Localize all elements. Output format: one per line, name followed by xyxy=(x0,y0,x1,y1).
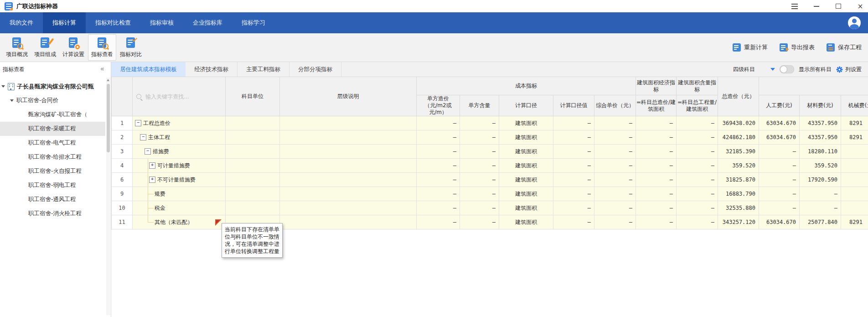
total-cost-cell: 16883.790 xyxy=(718,187,759,201)
column-settings-button[interactable]: 列设置 xyxy=(836,66,862,73)
tree-item[interactable]: 职工宿舍-消火栓工程 xyxy=(0,207,105,221)
row-number-cell: 9 xyxy=(112,187,133,201)
table-row[interactable]: 3−措施费––建筑面积––––32185.390–18280.110 xyxy=(112,145,868,159)
caliber-value-cell: – xyxy=(553,201,594,215)
unit-price-cell: – xyxy=(417,201,460,215)
column-header-machine: 机械费(元) xyxy=(841,95,868,116)
app-logo-icon xyxy=(5,2,13,10)
menu-item[interactable]: 指标计算 xyxy=(43,12,86,33)
column-header-comp-unit-price: 综合单价（元） xyxy=(594,95,636,116)
toolbar-button[interactable]: 指标查看 xyxy=(88,34,116,61)
subject-name-cell[interactable]: −措施费 xyxy=(133,145,226,159)
econ-index-cell: – xyxy=(636,187,677,201)
table-row[interactable]: 4+可计量措施费––建筑面积––––359.520–359.520 xyxy=(112,159,868,173)
menu-item[interactable]: 企业指标库 xyxy=(183,12,232,33)
total-cost-cell: 369438.020 xyxy=(718,116,759,130)
table-row[interactable]: 2−主体工程––建筑面积––––424862.18063034.67043357… xyxy=(112,130,868,145)
subject-name-label: 其他（未匹配） xyxy=(155,218,193,226)
expand-toggle-icon[interactable]: + xyxy=(149,177,155,183)
econ-index-cell: – xyxy=(636,145,677,159)
subject-name-cell[interactable]: 税金 xyxy=(133,201,226,215)
scroll-up-icon[interactable] xyxy=(107,79,109,81)
tab[interactable]: 居住建筑成本指标模板 xyxy=(111,62,186,77)
search-icon xyxy=(136,94,141,99)
labor-cost-cell: 63034.670 xyxy=(759,130,800,145)
table-row[interactable]: 1−工程总造价––建筑面积––––369438.02063034.6704335… xyxy=(112,116,868,130)
close-button[interactable]: × xyxy=(855,2,865,11)
subject-name-cell[interactable]: +不可计量措施费 xyxy=(133,173,226,187)
maximize-button[interactable] xyxy=(833,2,843,11)
level-desc-cell xyxy=(280,145,417,159)
hamburger-menu-button[interactable] xyxy=(790,2,800,11)
material-cost-cell: – xyxy=(800,201,841,215)
unit-qty-cell: – xyxy=(460,187,499,201)
comp-unit-price-cell: – xyxy=(594,201,636,215)
user-avatar[interactable] xyxy=(848,16,861,29)
econ-index-cell: – xyxy=(636,173,677,187)
toolbar-button[interactable]: 项目概况 xyxy=(3,34,31,61)
action-button-label: 导出报表 xyxy=(791,43,815,52)
collapse-toggle-icon[interactable]: − xyxy=(135,120,141,126)
toolbar-button[interactable]: 指标对比 xyxy=(117,34,145,61)
action-button-label: 重新计算 xyxy=(744,43,768,52)
tab[interactable]: 分部分项指标 xyxy=(289,62,341,77)
minimize-button[interactable] xyxy=(811,2,822,11)
column-header-level-desc: 层级说明 xyxy=(280,77,417,116)
action-button[interactable]: 保存工程 xyxy=(827,43,862,52)
subject-name-cell[interactable]: 规费 xyxy=(133,187,226,201)
show-all-subjects-label: 显示所有科目 xyxy=(799,66,832,73)
sidebar-scrollbar[interactable] xyxy=(106,78,110,315)
export-report-icon xyxy=(780,43,788,52)
column-group-fees xyxy=(759,77,868,95)
caliber-value-cell: – xyxy=(553,187,594,201)
econ-index-cell: – xyxy=(636,116,677,130)
collapse-sidebar-button[interactable]: « xyxy=(100,66,108,73)
collapse-toggle-icon[interactable]: − xyxy=(140,134,146,140)
tree-item[interactable]: 甄家沟煤矿-职工宿舍（ xyxy=(0,108,105,122)
tree-item[interactable]: 职工宿舍-通风工程 xyxy=(0,192,105,207)
collapse-toggle-icon[interactable]: − xyxy=(145,148,151,155)
subject-level-dropdown[interactable]: 四级科目 xyxy=(733,66,775,73)
toolbar-button[interactable]: 项目组成 xyxy=(31,34,59,61)
show-all-subjects-toggle[interactable] xyxy=(780,65,794,73)
action-button[interactable]: 重新计算 xyxy=(733,43,768,52)
tree-item-label: 职工宿舍-电气工程 xyxy=(28,139,76,147)
table-row[interactable]: 9规费––建筑面积––––16883.790–– xyxy=(112,187,868,201)
menu-item[interactable]: 指标审核 xyxy=(140,12,183,33)
subject-name-cell[interactable]: −主体工程 xyxy=(133,130,226,145)
tree-item[interactable]: 职工宿舍-合同价 xyxy=(0,94,105,108)
toolbar-button[interactable]: 计算设置 xyxy=(60,34,87,61)
menu-item[interactable]: 指标对比检查 xyxy=(86,12,140,33)
row-number-cell: 2 xyxy=(112,130,133,145)
tree-item[interactable]: 职工宿舍-火自报工程 xyxy=(0,164,105,178)
expand-toggle-icon[interactable]: + xyxy=(149,162,155,169)
tree-item[interactable]: 职工宿舍-采暖工程 xyxy=(0,122,105,136)
tree-item[interactable]: 子长县甄家沟煤业有限公司甄 xyxy=(0,79,105,94)
action-button[interactable]: 导出报表 xyxy=(780,43,815,52)
table-row[interactable]: 6+不可计量措施费––建筑面积––––31825.870–17920.590 xyxy=(112,173,868,187)
tree-item[interactable]: 职工宿舍-给排水工程 xyxy=(0,150,105,164)
labor-cost-cell: – xyxy=(759,173,800,187)
sidebar-title: 指标查看 xyxy=(3,66,25,73)
menu-item[interactable]: 我的文件 xyxy=(0,12,43,33)
subject-name-cell[interactable]: −工程总造价 xyxy=(133,116,226,130)
scrollbar-thumb[interactable] xyxy=(107,84,110,152)
subject-name-cell[interactable]: 其他（未匹配） xyxy=(133,215,226,229)
total-cost-cell: 424862.180 xyxy=(718,130,759,145)
table-row[interactable]: 10税金––建筑面积––––32535.880–– xyxy=(112,201,868,215)
tab[interactable]: 主要工料指标 xyxy=(238,62,289,77)
tab[interactable]: 经济技术指标 xyxy=(186,62,238,77)
caliber-cell: 建筑面积 xyxy=(499,215,553,229)
tree-item[interactable]: 职工宿舍-弱电工程 xyxy=(0,178,105,192)
level-desc-cell xyxy=(280,116,417,130)
recalculate-icon xyxy=(733,43,741,52)
search-input[interactable] xyxy=(145,93,215,100)
subject-name-cell[interactable]: +可计量措施费 xyxy=(133,159,226,173)
machine-cost-cell xyxy=(841,145,868,159)
caliber-cell: 建筑面积 xyxy=(499,187,553,201)
tree-item[interactable]: 职工宿舍-电气工程 xyxy=(0,136,105,150)
column-header-qty-formula: =科目总工程量/建筑面积 xyxy=(677,95,718,116)
total-cost-cell: 31825.870 xyxy=(718,173,759,187)
column-header-caliber-value: 计算口径值 xyxy=(553,95,594,116)
menu-item[interactable]: 指标学习 xyxy=(232,12,275,33)
